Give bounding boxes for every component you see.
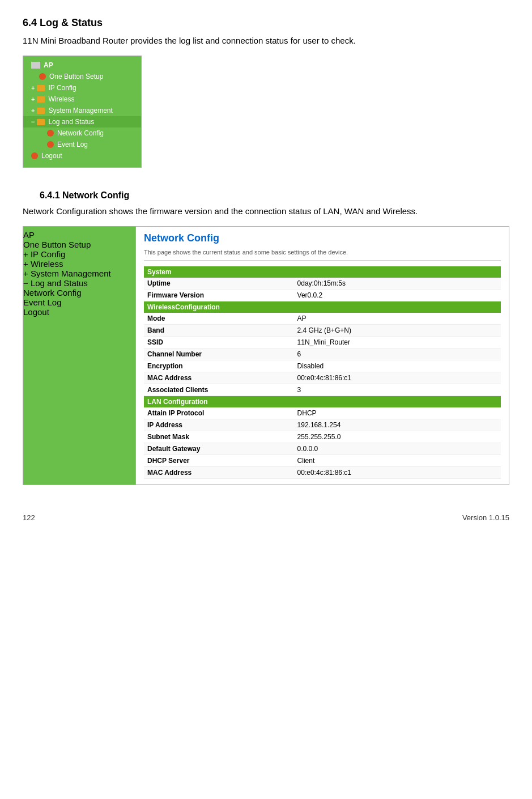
footer: 122 Version 1.0.15 — [23, 513, 509, 522]
value-encryption: Disabled — [294, 360, 501, 372]
table-row-encryption: Encryption Disabled — [144, 360, 501, 372]
table-section-system: System — [144, 266, 501, 278]
label-mode: Mode — [144, 313, 294, 325]
gear-icon — [39, 73, 46, 80]
menu-item-logout[interactable]: Logout — [23, 150, 141, 162]
panel-menu-event-log[interactable]: Event Log — [23, 298, 135, 307]
label-ip-address: IP Address — [144, 419, 294, 431]
menu-item-wireless[interactable]: + Wireless — [23, 94, 141, 105]
value-firmware: Ver0.0.2 — [294, 290, 501, 301]
panel-menu-ap-header: AP — [23, 230, 135, 240]
folder-icon — [37, 119, 45, 125]
label-ssid: SSID — [144, 337, 294, 348]
version-label: Version 1.0.15 — [462, 513, 509, 522]
table-row-default-gateway: Default Gateway 0.0.0.0 — [144, 443, 501, 455]
table-row-dhcp-server: DHCP Server Client — [144, 455, 501, 467]
panel-menu-ip-config[interactable]: + IP Config — [23, 249, 135, 259]
value-ssid: 11N_Mini_Router — [294, 337, 501, 348]
table-row-mac-wireless: MAC Address 00:e0:4c:81:86:c1 — [144, 372, 501, 384]
label-subnet-mask: Subnet Mask — [144, 431, 294, 443]
panel-menu-logout[interactable]: Logout — [23, 307, 135, 317]
value-subnet-mask: 255.255.255.0 — [294, 431, 501, 443]
table-section-wireless: WirelessConfiguration — [144, 301, 501, 313]
section-6-4-intro: 11N Mini Broadband Router provides the l… — [23, 36, 509, 45]
label-channel: Channel Number — [144, 348, 294, 360]
table-row-uptime: Uptime 0day:0h:15m:5s — [144, 278, 501, 290]
folder-icon — [37, 108, 45, 114]
section-6-4-1-intro: Network Configuration shows the firmware… — [23, 206, 509, 216]
table-row-firmware: Firmware Version Ver0.0.2 — [144, 290, 501, 301]
table-row-channel: Channel Number 6 — [144, 348, 501, 360]
menu-item-ip-config[interactable]: + IP Config — [23, 82, 141, 94]
value-ip-address: 192.168.1.254 — [294, 419, 501, 431]
gear-icon — [47, 130, 54, 137]
label-uptime: Uptime — [144, 278, 294, 290]
value-attain-ip: DHCP — [294, 407, 501, 419]
section-header-lan: LAN Configuration — [144, 396, 501, 408]
plus-icon: + — [23, 269, 28, 278]
page-number: 122 — [23, 513, 35, 522]
value-associated-clients: 3 — [294, 384, 501, 396]
plus-icon: + — [31, 96, 35, 103]
label-band: Band — [144, 325, 294, 337]
section-6-4: 6.4 Log & Status 11N Mini Broadband Rout… — [23, 17, 509, 168]
section-header-system: System — [144, 266, 501, 278]
menu-item-one-button-setup[interactable]: One Button Setup — [23, 71, 141, 82]
plus-icon: + — [31, 84, 35, 91]
menu-ap-header: AP — [23, 60, 141, 71]
table-row-mode: Mode AP — [144, 313, 501, 325]
divider — [144, 260, 501, 261]
panel-menu: AP One Button Setup + IP Config + Wirele… — [23, 226, 136, 485]
section-6-4-1: 6.4.1 Network Config Network Configurati… — [23, 190, 509, 485]
value-band: 2.4 GHz (B+G+N) — [294, 325, 501, 337]
folder-icon — [37, 96, 45, 103]
plus-icon: + — [23, 259, 28, 269]
label-mac-wireless: MAC Address — [144, 372, 294, 384]
config-table: System Uptime 0day:0h:15m:5s Firmware Ve… — [144, 266, 501, 479]
panel-menu-one-button-setup[interactable]: One Button Setup — [23, 240, 135, 249]
panel-menu-network-config-active[interactable]: Network Config — [23, 288, 135, 298]
menu-item-event-log[interactable]: Event Log — [23, 139, 141, 150]
gear-icon — [47, 141, 54, 148]
label-firmware: Firmware Version — [144, 290, 294, 301]
section-6-4-1-heading: 6.4.1 Network Config — [40, 190, 509, 201]
plus-icon: + — [23, 249, 28, 259]
section-header-wireless: WirelessConfiguration — [144, 301, 501, 313]
menu-item-log-and-status[interactable]: − Log and Status — [23, 116, 141, 128]
network-config-title: Network Config — [144, 232, 501, 244]
table-row-mac-lan: MAC Address 00:e0:4c:81:86:c1 — [144, 467, 501, 479]
label-encryption: Encryption — [144, 360, 294, 372]
label-dhcp-server: DHCP Server — [144, 455, 294, 467]
section-6-4-heading: 6.4 Log & Status — [23, 17, 509, 29]
table-row-band: Band 2.4 GHz (B+G+N) — [144, 325, 501, 337]
panel-menu-wireless[interactable]: + Wireless — [23, 259, 135, 269]
minus-icon: − — [23, 278, 28, 288]
label-mac-lan: MAC Address — [144, 467, 294, 479]
table-section-lan: LAN Configuration — [144, 396, 501, 408]
value-mac-lan: 00:e0:4c:81:86:c1 — [294, 467, 501, 479]
value-channel: 6 — [294, 348, 501, 360]
value-mode: AP — [294, 313, 501, 325]
network-config-panel: AP One Button Setup + IP Config + Wirele… — [23, 226, 509, 485]
value-mac-wireless: 00:e0:4c:81:86:c1 — [294, 372, 501, 384]
label-default-gateway: Default Gateway — [144, 443, 294, 455]
plus-icon: + — [31, 107, 35, 114]
table-row-ssid: SSID 11N_Mini_Router — [144, 337, 501, 348]
value-default-gateway: 0.0.0.0 — [294, 443, 501, 455]
table-row-ip-address: IP Address 192.168.1.254 — [144, 419, 501, 431]
table-row-attain-ip: Attain IP Protocol DHCP — [144, 407, 501, 419]
network-config-subtitle: This page shows the current status and s… — [144, 249, 501, 256]
menu-item-network-config[interactable]: Network Config — [23, 128, 141, 139]
menu-screenshot-1: AP One Button Setup + IP Config + Wirele… — [23, 56, 142, 168]
gear-icon — [31, 152, 38, 159]
menu-item-system-management[interactable]: + System Management — [23, 105, 141, 116]
table-row-associated-clients: Associated Clients 3 — [144, 384, 501, 396]
table-row-subnet-mask: Subnet Mask 255.255.255.0 — [144, 431, 501, 443]
value-uptime: 0day:0h:15m:5s — [294, 278, 501, 290]
panel-menu-log-and-status[interactable]: − Log and Status — [23, 278, 135, 288]
minus-icon: − — [31, 118, 35, 125]
value-dhcp-server: Client — [294, 455, 501, 467]
label-attain-ip: Attain IP Protocol — [144, 407, 294, 419]
panel-menu-system-management[interactable]: + System Management — [23, 269, 135, 278]
ap-monitor-icon — [31, 62, 40, 69]
